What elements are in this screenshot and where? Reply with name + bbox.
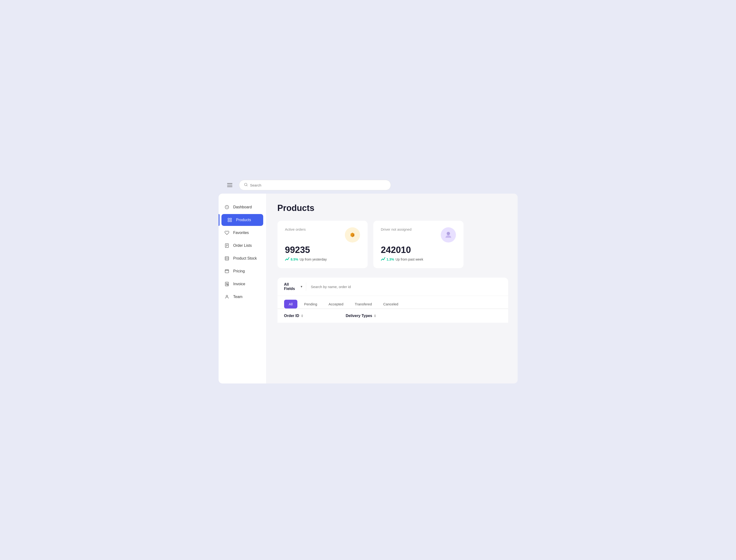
active-orders-card: Active orders 99235 [277, 221, 368, 268]
main-content: Products Active orders [266, 194, 518, 383]
field-dropdown-label: All Fields [284, 282, 299, 291]
card-trend-active: 8.5% Up from yesterday [285, 257, 360, 261]
top-search-bar [239, 180, 391, 190]
trend-text-active: Up from yesterday [300, 257, 327, 261]
col-label-delivery-types: Delivery Types [346, 314, 372, 318]
table-search-input[interactable] [306, 285, 502, 289]
table-header: Order ID Delivery Types [277, 309, 508, 323]
sidebar-label-products: Products [236, 218, 251, 222]
tab-pending[interactable]: Pending [299, 300, 322, 308]
team-icon [224, 294, 230, 299]
main-layout: Dashboard Products [219, 194, 518, 383]
card-label-driver: Driver not assigned [381, 227, 412, 231]
app-container: Dashboard Products [219, 177, 518, 383]
hamburger-button[interactable] [226, 182, 233, 188]
card-label-active: Active orders [285, 227, 306, 231]
svg-point-19 [227, 285, 228, 285]
sidebar-item-team[interactable]: Team [219, 291, 266, 303]
card-header-active: Active orders [285, 227, 360, 243]
card-header-driver: Driver not assigned [381, 227, 456, 243]
search-icon [244, 183, 248, 187]
sidebar-item-dashboard[interactable]: Dashboard [219, 201, 266, 213]
sidebar-item-pricing[interactable]: Pricing [219, 265, 266, 277]
tabs-row: All Pending Accepted Transfered Canceled [277, 296, 508, 309]
sidebar: Dashboard Products [219, 194, 266, 383]
tab-all[interactable]: All [284, 300, 298, 308]
products-icon [227, 217, 232, 223]
product-stock-icon [224, 256, 230, 261]
svg-rect-3 [228, 218, 229, 220]
driver-not-assigned-card: Driver not assigned 242010 [373, 221, 464, 268]
filter-section: All Fields ▾ [277, 278, 508, 296]
sidebar-item-products[interactable]: Products [221, 214, 263, 226]
svg-rect-5 [228, 220, 229, 222]
sidebar-label-invoice: Invoice [233, 282, 245, 286]
sidebar-label-pricing: Pricing [233, 269, 245, 273]
svg-line-1 [247, 185, 247, 186]
trend-pct-active: 8.5% [291, 257, 298, 261]
active-orders-icon-circle [345, 227, 360, 243]
trend-up-arrow-active [285, 257, 289, 261]
pricing-icon [224, 269, 230, 274]
svg-point-20 [226, 295, 228, 297]
top-bar [219, 177, 518, 194]
col-label-order-id: Order ID [284, 314, 299, 318]
sidebar-item-order-lists[interactable]: Order Lists [219, 240, 266, 252]
search-filter-row: All Fields ▾ [284, 282, 502, 291]
card-value-active: 99235 [285, 245, 360, 254]
favorites-icon [224, 230, 230, 235]
col-header-order-id: Order ID [284, 314, 336, 318]
tab-canceled[interactable]: Canceled [379, 300, 403, 308]
search-input[interactable] [250, 183, 386, 187]
sort-icon-delivery-types[interactable] [374, 314, 376, 317]
sidebar-item-favorites[interactable]: Favorites [219, 227, 266, 239]
page-title: Products [277, 203, 508, 213]
sidebar-label-favorites: Favorites [233, 231, 249, 235]
cards-row: Active orders 99235 [277, 221, 508, 268]
svg-rect-14 [225, 270, 229, 273]
trend-up-arrow-driver [381, 257, 385, 261]
card-trend-driver: 1.3% Up from past week [381, 257, 456, 261]
trend-pct-driver: 1.3% [387, 257, 394, 261]
tab-accepted[interactable]: Accepted [324, 300, 348, 308]
svg-rect-6 [230, 220, 231, 222]
col-header-delivery-types: Delivery Types [346, 314, 408, 318]
sidebar-label-dashboard: Dashboard [233, 205, 252, 209]
sidebar-label-team: Team [233, 295, 243, 299]
svg-rect-11 [225, 257, 229, 260]
tab-transfered[interactable]: Transfered [350, 300, 377, 308]
sidebar-label-product-stock: Product Stock [233, 256, 257, 261]
card-value-driver: 242010 [381, 245, 456, 254]
svg-rect-4 [230, 218, 231, 220]
order-lists-icon [224, 243, 230, 248]
trend-text-driver: Up from past week [395, 257, 423, 261]
sidebar-item-product-stock[interactable]: Product Stock [219, 252, 266, 264]
chevron-down-icon: ▾ [301, 285, 302, 288]
sidebar-item-invoice[interactable]: Invoice [219, 278, 266, 290]
driver-icon-circle [441, 227, 456, 243]
field-dropdown[interactable]: All Fields ▾ [284, 282, 306, 291]
dashboard-icon [224, 205, 230, 210]
sidebar-label-order-lists: Order Lists [233, 243, 252, 248]
invoice-icon [224, 281, 230, 287]
sort-icon-order-id[interactable] [301, 314, 303, 317]
svg-point-21 [447, 232, 450, 235]
